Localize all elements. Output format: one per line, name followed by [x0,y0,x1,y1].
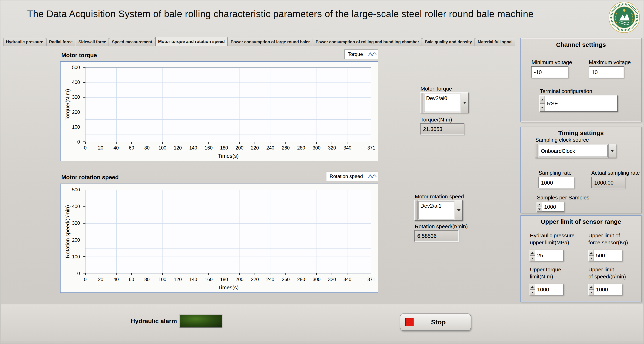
x-tick-mark [116,273,116,275]
x-tick-label: 120 [174,277,182,282]
sampling-clock-dropdown-button[interactable] [608,144,616,157]
sampling-clock-value[interactable]: OnboardClock [539,145,608,157]
increment-arrow-icon[interactable] [540,96,545,104]
sensor-range-panel: Upper limit of sensor range Hydraulic pr… [520,215,642,302]
x-tick-mark [208,142,209,144]
motor-torque-channel-dropdown-button[interactable] [461,93,468,113]
gridline-vertical [224,68,224,142]
io-strip-icon [420,93,424,113]
increment-arrow-icon[interactable] [530,250,535,256]
motor-torque-channel-select[interactable]: Dev2/ai0 [420,92,468,113]
x-tick-mark [193,142,194,144]
motor-torque-channel-value[interactable]: Dev2/ai0 [424,94,460,112]
page-title: The Data Acquisition System of bale roll… [27,8,534,19]
terminal-config-value[interactable]: RSE [545,96,617,111]
tab-power-consumption-of-large-round-baler[interactable]: Power consumption of large round baler [228,38,312,46]
gridline-vertical [132,190,132,273]
increment-arrow-icon[interactable] [530,284,535,290]
x-tick-label: 100 [158,145,166,151]
x-tick-mark [254,142,255,144]
gridline-horizontal [86,134,371,134]
y-tick-label: 0 [77,139,80,145]
rotation-value-indicator: 6.58536 [414,230,459,242]
decrement-arrow-icon[interactable] [589,290,594,295]
gridline-vertical [132,68,132,142]
samples-label: Samples per Samples [537,194,589,201]
terminal-config-select[interactable]: RSE [540,95,618,112]
x-tick-mark [101,142,101,144]
decrement-arrow-icon[interactable] [537,207,542,212]
tab-hydraulic-pressure[interactable]: Hydraulic pressure [3,38,46,46]
tab-radial-force[interactable]: Radial force [46,38,75,46]
x-tick-label: 340 [344,145,351,151]
gridline-vertical [116,190,116,273]
torque-limit-stepper[interactable]: 1000 [530,284,564,295]
tab-power-consumption-of-rolling-and-bundling-chamber[interactable]: Power consumption of rolling and bundlin… [313,38,422,46]
tab-motor-torque-and-rotation-speed[interactable]: Motor torque and rotation speed [155,37,228,46]
tab-sidewall-force[interactable]: Sidewall force [76,38,109,46]
x-tick-mark [101,273,101,275]
increment-arrow-icon[interactable] [589,284,594,290]
gridline-vertical [301,68,301,142]
samples-stepper[interactable]: 1000 [536,202,564,212]
torque-legend[interactable]: Torque [344,50,378,59]
x-tick-label: 80 [144,277,150,282]
x-tick-mark [208,273,209,275]
x-tick-label: 240 [266,145,274,151]
gridline-vertical [316,68,317,142]
hydraulic-limit-stepper[interactable]: 25 [530,250,564,261]
force-limit-stepper[interactable]: 500 [588,250,622,261]
gridline-horizontal [86,82,371,83]
channel-settings-title: Channel settings [521,41,641,48]
hydraulic-limit-value[interactable]: 25 [535,250,563,261]
x-tick-label: 20 [98,145,104,151]
motor-rotation-channel-dropdown-button[interactable] [455,201,462,220]
x-tick-label: 120 [174,145,182,151]
x-tick-label: 40 [114,277,119,282]
decrement-arrow-icon[interactable] [530,256,535,261]
increment-arrow-icon[interactable] [537,202,542,207]
waveform-icon [366,50,378,59]
tab-material-full-sgnal[interactable]: Material full sgnal [475,38,515,46]
x-tick-label: 100 [158,277,166,282]
motor-torque-chart: Motor torque Torque Torque/(N·m) 0100200… [60,50,378,161]
tab-speed-measurement[interactable]: Speed measurement [109,38,155,46]
speed-limit-stepper[interactable]: 1000 [588,284,622,295]
motor-rotation-chart-title: Motor rotation speed [61,174,119,181]
decrement-arrow-icon[interactable] [540,104,545,111]
samples-value[interactable]: 1000 [542,202,564,212]
increment-arrow-icon[interactable] [589,250,594,256]
speed-limit-value[interactable]: 1000 [594,284,622,295]
tab-bale-quality-and-density[interactable]: Bale quality and density [422,38,475,46]
sampling-rate-field[interactable]: 1000 [538,177,574,189]
gridline-horizontal [86,240,371,240]
x-tick-mark [178,273,178,275]
gridline-horizontal [86,105,371,105]
stop-button-label: Stop [414,318,463,326]
actual-rate-label: Actual sampling rate [591,169,640,177]
motor-rotation-chart: Motor rotation speed Rotation speed Rota… [60,171,378,293]
x-tick-mark [316,142,317,144]
motor-torque-channel-label: Motor Torque [420,85,452,92]
motor-rotation-channel-select[interactable]: Dev2/ai1 [414,200,463,221]
motor-rotation-channel-value[interactable]: Dev2/ai1 [418,201,454,219]
gridline-horizontal [86,215,371,215]
force-limit-value[interactable]: 500 [594,250,622,261]
rotation-legend[interactable]: Rotation speed [326,171,378,181]
max-voltage-field[interactable]: 10 [589,66,624,78]
torque-plot-area [85,67,371,142]
torque-limit-label: Upper torque limit(N·m) [530,266,575,280]
motor-rotation-channel-label: Motor rotation speed [415,193,464,200]
gridline-vertical [116,68,116,142]
sampling-clock-select[interactable]: OnboardClock [535,144,616,158]
decrement-arrow-icon[interactable] [530,290,535,295]
x-tick-label: 200 [236,145,244,151]
decrement-arrow-icon[interactable] [589,256,594,261]
timing-settings-title: Timing settings [521,129,641,136]
min-voltage-field[interactable]: -10 [531,66,568,78]
x-tick-mark [132,142,132,144]
gridline-vertical [193,68,194,142]
motor-rotation-chart-frame: Rotation speed/(r/min) 0100200300400500 … [60,184,378,293]
stop-button[interactable]: Stop [400,313,471,331]
torque-limit-value[interactable]: 1000 [535,284,563,295]
